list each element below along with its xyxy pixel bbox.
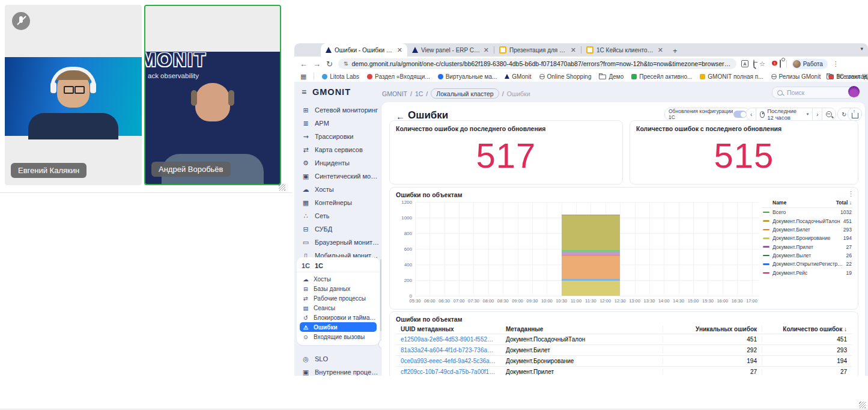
breadcrumb-cluster-chip[interactable]: Локальный кластер <box>431 88 499 99</box>
sidebar-item[interactable]: ⊟СУБД <box>297 222 381 236</box>
table-row[interactable]: 0ce0a993-eeec-4efd-9a42-5c36ab92b290Доку… <box>396 356 852 367</box>
profile-avatar <box>793 60 801 68</box>
browser-menu-icon[interactable]: ⋮ <box>833 60 839 68</box>
app-search[interactable] <box>772 87 854 99</box>
sidebar-item[interactable]: ▣Внутренние процессы <box>297 366 381 376</box>
sidebar-item[interactable]: ∴Сеть <box>297 209 381 222</box>
sidebar-item[interactable]: ⇄Рабочие процессы <box>300 293 377 303</box>
sidebar-item[interactable]: ☁Хосты <box>300 274 377 284</box>
reload-icon[interactable]: ↻ <box>326 60 333 69</box>
sidebar-item[interactable]: ≣APM <box>297 117 381 130</box>
site-controls-icon[interactable]: ⇅ <box>344 61 348 67</box>
sidebar-item[interactable]: ⊞Сетевой мониторинг <box>297 103 381 117</box>
uuid-link[interactable]: 81a33a24-a604-4f1d-b723-736a1a374d38 <box>396 347 501 353</box>
bookmark-item[interactable]: Litota Labs <box>322 73 359 80</box>
user-avatar[interactable] <box>848 86 860 97</box>
legend-row[interactable]: Документ.Вылет26 <box>762 251 853 260</box>
sidebar-1c-header[interactable]: 1С 1С <box>297 260 380 272</box>
forward-icon[interactable]: → <box>313 60 321 69</box>
new-tab-button[interactable]: + <box>673 46 678 55</box>
page-resize-handle[interactable] <box>859 402 866 408</box>
sidebar-item[interactable]: ⚙Инциденты <box>297 156 381 170</box>
legend-row[interactable]: Документ.Бронирование194 <box>762 234 853 242</box>
bookmark-item[interactable]: Online Shopping <box>539 73 592 80</box>
legend-sort-header[interactable]: Total ↓ <box>836 200 852 206</box>
tab-close-icon[interactable]: ✕ <box>397 46 402 54</box>
uuid-link[interactable]: 0ce0a993-eeec-4efd-9a42-5c36ab92b290 <box>396 358 501 364</box>
sidebar-item[interactable]: ▦Контейнеры <box>297 196 381 209</box>
uuid-link[interactable]: cff209cc-10b7-49cd-a75b-7a00f13f0fbd <box>396 369 501 375</box>
tab-search-chevron-icon[interactable]: ▾ <box>860 46 863 52</box>
time-range-picker[interactable]: Последние 12 часов ▾ <box>756 108 812 120</box>
all-bookmarks[interactable]: Все закладки <box>827 73 868 80</box>
sidebar-item-errors-active[interactable]: ⚠Ошибки <box>300 322 377 332</box>
browser-tab[interactable]: 1С Кейсы клиентов + доп. с...✕ <box>581 43 668 57</box>
browser-tab[interactable]: Ошибки - Ошибки - Локаль...✕ <box>321 43 407 57</box>
extensions-puzzle-icon[interactable] <box>780 60 781 67</box>
url-text[interactable]: demo.gmonit.ru/a/gmonit/one-c/clusters/b… <box>351 60 730 67</box>
bookmark-item[interactable]: GMonit <box>505 73 531 80</box>
column-header[interactable]: Уникальных ошибок <box>663 326 762 332</box>
time-next-button[interactable]: › <box>813 108 822 120</box>
uuid-link[interactable]: e12509aa-2e85-4d53-8901-f5525df99ffb <box>396 336 501 343</box>
sidebar-item[interactable]: ↺Блокировки и таймауты <box>300 313 377 322</box>
browser-tab[interactable]: View panel - ERP Custom Da...✕ <box>407 43 494 57</box>
participant-tile-1[interactable]: Евгений Калякин <box>5 5 142 185</box>
sidebar-item[interactable]: ⇝Трассировки <box>297 130 381 143</box>
config-updates-toggle[interactable]: Обновления конфигурации 1С <box>664 108 751 121</box>
address-bar[interactable]: ⇅ demo.gmonit.ru/a/gmonit/one-c/clusters… <box>338 58 736 69</box>
window-resize-handle[interactable] <box>279 184 285 191</box>
table-row[interactable]: cff209cc-10b7-49cd-a75b-7a00f13f0fbdДоку… <box>396 367 852 376</box>
time-zoom-out-button[interactable] <box>822 108 836 120</box>
panel-menu-icon[interactable]: ⋮ <box>848 190 854 198</box>
sidebar-item[interactable]: ⊙Входящие вызовы <box>300 332 377 341</box>
sidebar-item[interactable]: ◎SLO <box>297 352 381 366</box>
translate-icon[interactable]: A <box>741 60 748 67</box>
bookmark-star-icon[interactable]: ☆ <box>759 60 765 68</box>
chip-icon: ▣ <box>302 369 310 376</box>
sidebar-item[interactable]: ▣Синтетический мониторинг <box>297 170 381 183</box>
sidebar-item[interactable]: ▤Сеансы <box>300 303 377 313</box>
sort-column-header[interactable]: Количество ошибок ↓ <box>762 326 852 332</box>
table-row[interactable]: e12509aa-2e85-4d53-8901-f5525df99ffbДоку… <box>396 334 852 345</box>
sidebar-item[interactable]: ⇄Карта сервисов <box>297 143 381 156</box>
bookmark-item[interactable]: Раздел «Входящи... <box>367 73 430 80</box>
participant-tile-2-speaking[interactable]: MONIT ack observability Андрей Воробьёв <box>144 5 281 185</box>
legend-row[interactable]: Документ.Прилет27 <box>762 243 853 251</box>
browser-tab[interactable]: Презентация для вебинара✕ <box>494 43 581 57</box>
toggle-switch[interactable] <box>733 111 747 118</box>
time-prev-button[interactable]: ‹ <box>747 108 756 120</box>
sidebar-item[interactable]: ☁Хосты <box>297 183 381 196</box>
browser-profile-chip[interactable]: Работа <box>792 59 828 69</box>
area-segment-Документ.Бронирование[interactable] <box>562 280 620 296</box>
column-header[interactable]: UUID метаданных <box>396 326 501 332</box>
tab-close-icon[interactable]: ✕ <box>484 46 489 54</box>
sidebar-item[interactable]: ▭Браузерный мониторинг <box>297 236 381 249</box>
tab-close-icon[interactable]: ✕ <box>658 46 663 54</box>
bookmark-item[interactable]: Пресейл активно... <box>631 73 692 80</box>
sidebar-toggle-icon[interactable]: ≡ <box>302 87 306 97</box>
area-segment-Документ.ПосадочныйТалон[interactable] <box>562 215 620 251</box>
bookmark-item[interactable]: Демо <box>599 73 624 80</box>
chart-plot-area[interactable]: 02004006008001000120005:3006:0006:3007:0… <box>415 202 759 296</box>
bookmark-item[interactable]: GMONIT полная п... <box>700 73 763 80</box>
legend-row[interactable]: Документ.ПосадочныйТалон451 <box>762 216 853 225</box>
bookmark-item[interactable]: Виртуальные ма... <box>438 73 497 80</box>
gmonit-logo[interactable]: GMONIT <box>312 87 351 97</box>
legend-color-dash <box>763 246 769 248</box>
zoom-icon[interactable] <box>753 60 754 67</box>
area-segment-Документ.Билет[interactable] <box>562 255 620 279</box>
share-button[interactable] <box>848 108 862 121</box>
tab-close-icon[interactable]: ✕ <box>571 46 576 54</box>
sidebar-item[interactable]: ⊟Базы данных <box>300 284 377 293</box>
sidebar-item-label: Ошибки <box>314 324 338 331</box>
legend-row[interactable]: Документ.ОткрытиеРегистрации22 <box>762 260 853 268</box>
legend-row[interactable]: Документ.Рейс19 <box>762 269 853 277</box>
legend-row[interactable]: Документ.Билет293 <box>762 225 853 234</box>
search-input[interactable] <box>786 88 848 97</box>
back-icon[interactable]: ← <box>300 60 308 69</box>
table-row[interactable]: 81a33a24-a604-4f1d-b723-736a1a374d38Доку… <box>396 345 852 356</box>
apps-grid-icon[interactable]: ▦ <box>300 73 306 81</box>
column-header[interactable]: Метаданные <box>501 326 663 332</box>
legend-row[interactable]: Всего1032 <box>762 208 853 216</box>
